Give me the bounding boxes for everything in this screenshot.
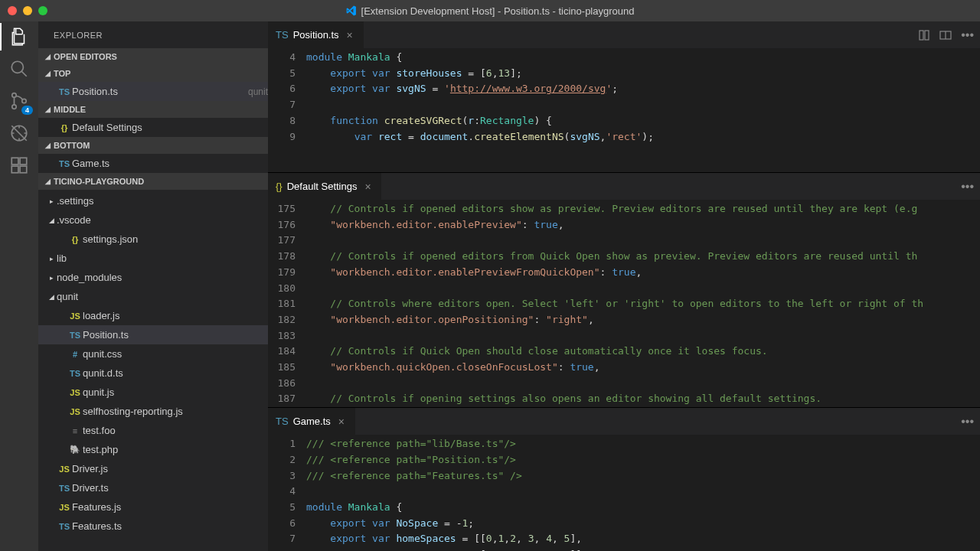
- file-features-ts[interactable]: TSFeatures.ts: [38, 517, 268, 536]
- scm-badge: 4: [21, 106, 33, 115]
- editor-content-middle[interactable]: 175 // Controls if opened editors show a…: [268, 200, 980, 407]
- folder-lib[interactable]: ▸lib: [38, 249, 268, 268]
- search-icon[interactable]: [8, 58, 30, 80]
- file-driver-ts[interactable]: TSDriver.ts: [38, 478, 268, 497]
- svg-point-1: [12, 93, 16, 97]
- explorer-icon[interactable]: [8, 26, 30, 47]
- file-selfhost[interactable]: JSselfhosting-reporting.js: [38, 402, 268, 421]
- svg-point-2: [12, 105, 16, 109]
- svg-rect-9: [920, 31, 923, 40]
- sidebar-title: EXPLORER: [38, 21, 268, 48]
- svg-rect-10: [925, 31, 929, 40]
- maximize-window[interactable]: [38, 6, 47, 15]
- tab-position[interactable]: TSPosition.ts×: [268, 21, 364, 48]
- split-icon[interactable]: [939, 29, 952, 41]
- file-features-js[interactable]: JSFeatures.js: [38, 497, 268, 517]
- editor-group-middle: {}Default Settings× ••• 175 // Controls …: [268, 173, 980, 408]
- editor-content-top[interactable]: 4module Mankala {5 export var storeHouse…: [268, 48, 980, 172]
- file-driver-js[interactable]: JSDriver.js: [38, 459, 268, 478]
- minimize-window[interactable]: [23, 6, 32, 15]
- editor-area: TSPosition.ts× ••• 4module Mankala {5 ex…: [268, 21, 980, 551]
- close-icon[interactable]: ×: [361, 181, 374, 193]
- middle-header[interactable]: ◢MIDDLE: [38, 101, 268, 118]
- file-qunit-d[interactable]: TSqunit.d.ts: [38, 364, 268, 383]
- folder-qunit[interactable]: ◢qunit: [38, 287, 268, 306]
- debug-icon[interactable]: [8, 122, 30, 144]
- activity-bar: 4: [0, 21, 38, 551]
- file-testphp[interactable]: 🐘test.php: [38, 440, 268, 459]
- window-title: [Extension Development Host] - Position.…: [346, 5, 635, 17]
- editor-group-bottom: TSGame.ts× ••• 1/// <reference path="lib…: [268, 408, 980, 551]
- file-position[interactable]: TSPosition.ts: [38, 325, 268, 344]
- file-settings-json[interactable]: {}settings.json: [38, 230, 268, 249]
- scm-icon[interactable]: 4: [8, 90, 30, 112]
- extensions-icon[interactable]: [8, 155, 30, 176]
- svg-rect-7: [20, 166, 27, 173]
- sidebar: EXPLORER ◢OPEN EDITORS ◢TOP TSPosition.t…: [38, 21, 268, 551]
- svg-rect-5: [11, 158, 18, 165]
- titlebar: [Extension Development Host] - Position.…: [0, 0, 980, 21]
- tab-settings[interactable]: {}Default Settings×: [268, 173, 382, 200]
- more-icon[interactable]: •••: [961, 180, 974, 194]
- tab-game[interactable]: TSGame.ts×: [268, 408, 356, 435]
- folder-vscode[interactable]: ◢.vscode: [38, 210, 268, 230]
- svg-point-0: [11, 61, 23, 73]
- traffic-lights: [0, 6, 47, 15]
- editor-group-top: TSPosition.ts× ••• 4module Mankala {5 ex…: [268, 21, 980, 173]
- folder-node-modules[interactable]: ▸node_modules: [38, 268, 268, 287]
- open-editor-position[interactable]: TSPosition.tsqunit: [38, 82, 268, 101]
- vscode-icon: [346, 5, 357, 16]
- close-window[interactable]: [8, 6, 17, 15]
- svg-rect-6: [11, 166, 18, 173]
- svg-rect-8: [20, 158, 27, 165]
- open-editor-game[interactable]: TSGame.ts: [38, 154, 268, 173]
- close-icon[interactable]: ×: [344, 29, 356, 41]
- open-editors-header[interactable]: ◢OPEN EDITORS: [38, 48, 268, 65]
- svg-point-3: [22, 99, 26, 103]
- more-icon[interactable]: •••: [961, 28, 974, 42]
- file-qunit-css[interactable]: #qunit.css: [38, 344, 268, 364]
- bottom-header[interactable]: ◢BOTTOM: [38, 137, 268, 154]
- file-qunit-js[interactable]: JSqunit.js: [38, 383, 268, 402]
- project-header[interactable]: ◢TICINO-PLAYGROUND: [38, 173, 268, 190]
- close-icon[interactable]: ×: [335, 416, 348, 428]
- editor-content-bottom[interactable]: 1/// <reference path="lib/Base.ts"/>2///…: [268, 435, 980, 551]
- more-icon[interactable]: •••: [961, 415, 974, 429]
- file-testfoo[interactable]: ≡test.foo: [38, 421, 268, 440]
- top-header[interactable]: ◢TOP: [38, 65, 268, 82]
- file-loader[interactable]: JSloader.js: [38, 306, 268, 325]
- compare-icon[interactable]: [918, 29, 930, 41]
- open-editor-settings[interactable]: {}Default Settings: [38, 118, 268, 137]
- folder-settings[interactable]: ▸.settings: [38, 191, 268, 210]
